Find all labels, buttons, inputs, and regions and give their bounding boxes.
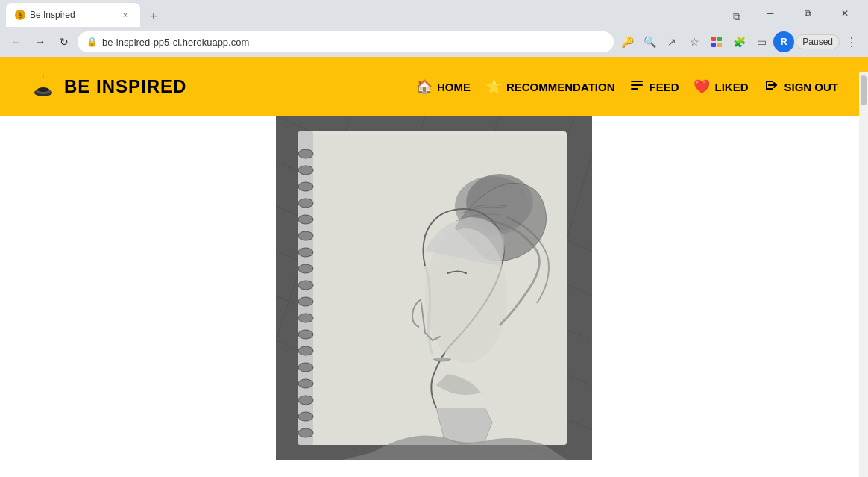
nav-home-label: HOME: [437, 81, 471, 93]
heart-icon: ❤️: [694, 78, 710, 95]
svg-point-6: [37, 87, 49, 92]
brand-logo-icon: [30, 73, 57, 100]
feed-icon: [629, 78, 644, 96]
svg-point-29: [298, 199, 313, 208]
lock-icon: 🔒: [87, 37, 98, 47]
svg-rect-0: [711, 37, 716, 41]
nav-links: 🏠 HOME ⭐ RECOMMENDATION FEED ❤️: [416, 77, 838, 97]
extension1-icon[interactable]: [706, 31, 727, 52]
tab-favicon: 🕯: [15, 10, 25, 20]
svg-point-42: [298, 412, 313, 421]
nav-liked[interactable]: ❤️ LIKED: [694, 78, 748, 95]
svg-point-40: [298, 379, 313, 388]
main-content: [0, 116, 868, 460]
tab-label: Be Inspired: [30, 10, 115, 20]
sketch-svg: [276, 116, 592, 460]
svg-point-32: [298, 248, 313, 257]
paused-button[interactable]: Paused: [796, 34, 840, 49]
svg-point-38: [298, 346, 313, 355]
tab-close-button[interactable]: ×: [119, 9, 131, 21]
page-content: BE INSPIRED 🏠 HOME ⭐ RECOMMENDATION: [0, 57, 868, 460]
svg-rect-1: [717, 37, 722, 41]
nav-signout[interactable]: SIGN OUT: [763, 77, 838, 97]
brand: BE INSPIRED: [30, 73, 186, 100]
nav-liked-label: LIKED: [714, 81, 748, 93]
svg-rect-2: [711, 43, 716, 47]
address-bar[interactable]: 🔒 be-inspired-pp5-ci.herokuapp.com: [78, 31, 614, 52]
svg-point-43: [298, 428, 313, 437]
tab-bar: 🕯 Be Inspired × + ⧉: [6, 0, 747, 27]
svg-point-39: [298, 363, 313, 372]
navbar: BE INSPIRED 🏠 HOME ⭐ RECOMMENDATION: [0, 57, 868, 116]
minimize-button[interactable]: ─: [753, 3, 787, 24]
svg-point-28: [298, 182, 313, 191]
address-bar-row: ← → ↻ 🔒 be-inspired-pp5-ci.herokuapp.com…: [0, 27, 868, 57]
new-tab-button[interactable]: +: [143, 6, 164, 27]
sidebar-toggle-icon[interactable]: ▭: [751, 31, 772, 52]
nav-signout-label: SIGN OUT: [784, 81, 838, 93]
svg-rect-3: [717, 43, 722, 47]
window-controls: ─ ⧉ ✕: [753, 3, 862, 24]
share-icon[interactable]: ↗: [661, 31, 682, 52]
home-icon: 🏠: [416, 78, 433, 95]
svg-point-26: [298, 149, 313, 158]
nav-home[interactable]: 🏠 HOME: [416, 78, 471, 95]
forward-button[interactable]: →: [30, 31, 51, 52]
svg-rect-7: [631, 81, 643, 82]
svg-point-33: [298, 264, 313, 273]
svg-rect-9: [631, 88, 638, 90]
bookmark-icon[interactable]: ☆: [684, 31, 705, 52]
url-text: be-inspired-pp5-ci.herokuapp.com: [102, 37, 605, 48]
svg-point-37: [298, 330, 313, 339]
svg-point-35: [298, 297, 313, 306]
nav-feed-label: FEED: [649, 81, 679, 93]
puzzle-icon[interactable]: 🧩: [729, 31, 749, 52]
nav-recommendation-label: RECOMMENDATION: [506, 81, 615, 93]
refresh-button[interactable]: ↻: [54, 31, 75, 52]
svg-point-31: [298, 231, 313, 240]
svg-point-34: [298, 281, 313, 290]
profile-button[interactable]: R: [773, 31, 794, 52]
signout-icon: [763, 77, 779, 97]
scrollbar[interactable]: [859, 72, 868, 477]
more-options-button[interactable]: ⋮: [841, 31, 862, 52]
paused-label: Paused: [802, 37, 833, 47]
restore-button[interactable]: ⧉: [726, 6, 747, 27]
svg-point-36: [298, 314, 313, 322]
svg-point-27: [298, 166, 313, 175]
toolbar-icons: 🔑 🔍 ↗ ☆ 🧩 ▭ R Paused ⋮: [617, 31, 862, 52]
nav-recommendation[interactable]: ⭐ RECOMMENDATION: [485, 78, 615, 95]
svg-point-41: [298, 396, 313, 405]
brand-name: BE INSPIRED: [64, 76, 186, 97]
nav-feed[interactable]: FEED: [629, 78, 679, 96]
svg-rect-8: [631, 84, 643, 86]
back-button[interactable]: ←: [6, 31, 27, 52]
key-icon[interactable]: 🔑: [617, 31, 638, 52]
title-bar: 🕯 Be Inspired × + ⧉ ─ ⧉ ✕: [0, 0, 868, 27]
spiral-binding: [298, 131, 313, 445]
scrollbar-thumb[interactable]: [861, 75, 867, 105]
close-window-button[interactable]: ✕: [828, 3, 862, 24]
active-tab[interactable]: 🕯 Be Inspired ×: [6, 3, 140, 27]
sketch-image: [276, 116, 592, 460]
star-icon: ⭐: [485, 78, 502, 95]
zoom-icon[interactable]: 🔍: [639, 31, 660, 52]
restore-window-button[interactable]: ⧉: [790, 3, 825, 24]
browser-chrome: 🕯 Be Inspired × + ⧉ ─ ⧉ ✕ ← → ↻ 🔒 be-ins…: [0, 0, 868, 57]
svg-point-30: [298, 215, 313, 224]
